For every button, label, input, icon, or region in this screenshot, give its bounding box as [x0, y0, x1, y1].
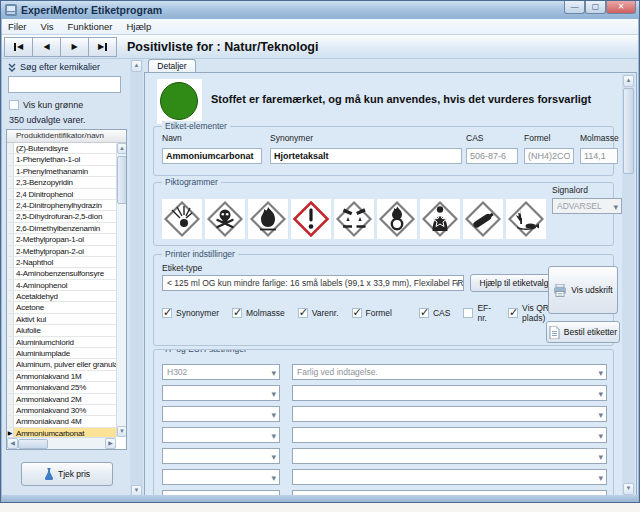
list-item[interactable]: 2,5-Dihydrofuran-2,5-dion [7, 211, 116, 222]
row-selector [7, 416, 14, 426]
check-price-button[interactable]: Tjek pris [21, 462, 113, 486]
print-option-checkbox[interactable]: CAS [419, 308, 450, 318]
print-option-checkbox[interactable]: Formel [352, 308, 392, 318]
checkbox-box [298, 308, 308, 318]
scroll-up-icon[interactable]: ▲ [131, 60, 142, 72]
nav-previous-button[interactable]: ◀ [32, 37, 61, 57]
menu-item[interactable]: Hjælp [126, 21, 151, 32]
row-selector [7, 143, 14, 153]
row-selector [7, 268, 14, 278]
print-preview-button[interactable]: Vis udskrift [548, 266, 618, 314]
print-option-checkbox[interactable]: Synonymer [162, 308, 219, 318]
print-option-checkbox[interactable]: EF-nr. [463, 303, 495, 323]
list-vertical-scrollbar[interactable]: ▲ ▼ [116, 143, 126, 437]
menu-item[interactable]: Vis [40, 21, 53, 32]
list-item[interactable]: 2,4 Dinitrophenol [7, 189, 116, 200]
label-help-button[interactable]: Hjælp til etiketvalg [470, 274, 558, 292]
scrollbar-thumb[interactable] [117, 156, 127, 204]
print-option-checkbox[interactable]: Varenr. [298, 308, 339, 318]
list-item[interactable]: 2-Methylpropan-1-ol [7, 234, 116, 245]
list-item[interactable]: Ammoniakvand 2M [7, 394, 116, 405]
list-item[interactable]: 2-Naphthol [7, 257, 116, 268]
list-item[interactable]: Alufolie [7, 325, 116, 336]
nav-first-button[interactable]: ◀ [4, 37, 33, 57]
maximize-button[interactable]: ▢ [585, 1, 606, 14]
nav-last-button[interactable]: ▶ [88, 37, 117, 57]
menu-item[interactable]: Funktioner [68, 21, 113, 32]
h-text-dropdown[interactable] [292, 469, 607, 485]
h-code-dropdown[interactable] [162, 385, 280, 401]
list-item[interactable]: 1-Phenylmethanamin [7, 166, 116, 177]
h-text-dropdown[interactable] [292, 406, 607, 422]
scroll-up-icon[interactable]: ▲ [117, 143, 127, 154]
list-item[interactable]: Acetaldehyd [7, 291, 116, 302]
h-text-dropdown[interactable] [292, 427, 607, 443]
show-only-green-checkbox[interactable]: Vis kun grønne [9, 100, 83, 110]
h-code-dropdown[interactable] [162, 448, 280, 464]
h-text-dropdown[interactable]: Farlig ved indtagelse. [292, 364, 607, 380]
page-title: Positivliste for : Natur/Teknologi [127, 40, 318, 54]
list-item[interactable]: 2,3-Benzopyridin [7, 177, 116, 188]
label-type-label: Etiket-type [162, 263, 202, 273]
checkbox-box [9, 100, 19, 110]
list-item[interactable]: 2,4-Dinitrophenylhydrazin [7, 200, 116, 211]
list-item[interactable]: Aluminum, pulver eller granulat [7, 359, 116, 370]
cas-label: CAS [466, 133, 518, 143]
h-text-dropdown[interactable] [292, 385, 607, 401]
h-statement-row [162, 469, 607, 485]
list-item[interactable]: 4-Aminobenzensulfonsyre [7, 268, 116, 279]
menu-item[interactable]: Filer [8, 21, 26, 32]
list-item[interactable]: Aluminiumplade [7, 348, 116, 359]
ghs-flammable-icon [248, 199, 288, 239]
printer-icon [553, 284, 567, 297]
sidebar-scrollbar[interactable]: ▲ ▼ [130, 59, 143, 498]
list-item[interactable]: (Z)-Butendisyre [7, 143, 116, 154]
scroll-left-icon[interactable]: ◀ [7, 438, 18, 449]
scroll-down-icon[interactable]: ▼ [117, 426, 127, 437]
name-field[interactable] [162, 148, 262, 164]
list-item[interactable]: Ammoniumcarbonat [7, 428, 116, 437]
list-item[interactable]: Acetone [7, 302, 116, 313]
molar-mass-label: Molmasse [580, 133, 618, 143]
list-item[interactable]: Ammoniakvand 1M [7, 371, 116, 382]
row-selector [7, 166, 14, 176]
list-item[interactable]: 1-Phenylethan-1-ol [7, 154, 116, 165]
h-code-dropdown[interactable] [162, 406, 280, 422]
h-code-dropdown[interactable]: H302 [162, 364, 280, 380]
list-item[interactable]: Ammoniakvand 25% [7, 382, 116, 393]
search-input[interactable] [8, 76, 121, 93]
scroll-right-icon[interactable]: ▶ [105, 438, 116, 449]
scrollbar-thumb[interactable] [18, 439, 48, 449]
order-labels-button[interactable]: Bestil etiketter [546, 321, 620, 343]
scrollbar-thumb[interactable] [623, 88, 634, 174]
desktop-background [0, 504, 640, 512]
nav-next-button[interactable]: ▶ [60, 37, 89, 57]
list-horizontal-scrollbar[interactable]: ◀ ▶ [7, 437, 116, 449]
search-section-header[interactable]: Søg efter kemikalier [8, 62, 100, 72]
panel-scrollbar[interactable]: ▲ ▼ [622, 74, 635, 496]
synonyms-field[interactable] [270, 148, 462, 164]
minimize-button[interactable]: — [564, 1, 585, 14]
scroll-down-icon[interactable]: ▼ [623, 483, 634, 495]
h-text-dropdown[interactable] [292, 448, 607, 464]
row-selector [7, 280, 14, 290]
h-code-dropdown[interactable] [162, 469, 280, 485]
close-button[interactable]: ✕ [606, 1, 636, 14]
list-column-header[interactable]: Produktidentifikator/navn [7, 130, 126, 143]
scroll-up-icon[interactable]: ▲ [623, 75, 634, 87]
row-selector [7, 325, 14, 335]
print-option-checkbox[interactable]: Molmasse [232, 308, 285, 318]
list-item[interactable]: 4-Aminophenol [7, 280, 116, 291]
label-type-dropdown[interactable]: < 125 ml OG kun mindre farlige: 16 små l… [162, 275, 464, 291]
list-item[interactable]: Aluminiumchlorid [7, 337, 116, 348]
list-item[interactable]: Aktivt kul [7, 314, 116, 325]
main-pane: Detaljer Stoffet er faremærket, og må ku… [144, 59, 637, 498]
tab-detaljer[interactable]: Detaljer [148, 59, 196, 73]
list-item[interactable]: Ammoniakvand 4M [7, 416, 116, 427]
list-item[interactable]: 2-Methylpropan-2-ol [7, 246, 116, 257]
titlebar: ExperiMentor Etiketprogram — ▢ ✕ [1, 1, 639, 19]
list-item[interactable]: 2,6-Dimethylbenzenamin [7, 223, 116, 234]
list-item[interactable]: Ammoniakvand 30% [7, 405, 116, 416]
row-selector [7, 314, 14, 324]
h-code-dropdown[interactable] [162, 427, 280, 443]
